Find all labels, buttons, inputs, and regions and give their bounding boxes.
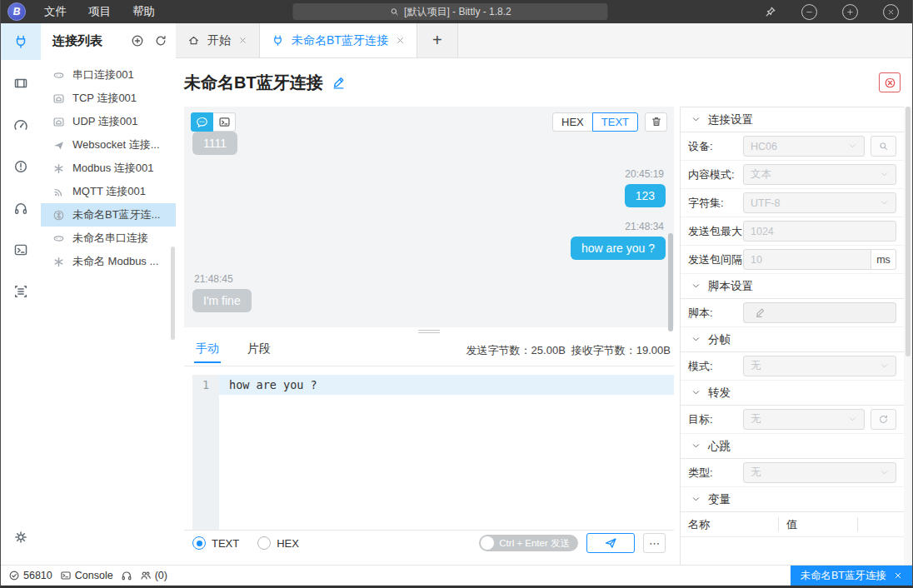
edit-script-button[interactable] <box>743 302 896 323</box>
ctrl-enter-toggle[interactable]: Ctrl + Enter 发送 <box>479 535 578 551</box>
tcp-icon <box>52 92 65 105</box>
settings-button[interactable] <box>1 519 41 556</box>
modbus-icon <box>52 162 65 175</box>
terminal-view-button[interactable] <box>213 112 236 132</box>
editor-content[interactable]: how are you ? <box>219 375 674 530</box>
close-icon[interactable] <box>238 36 247 45</box>
activity-history[interactable] <box>1 148 41 185</box>
pencil-icon <box>332 76 346 90</box>
activity-bar <box>1 23 42 566</box>
more-options-button[interactable]: ⋯ <box>643 533 666 553</box>
menu-help[interactable]: 帮助 <box>132 4 155 19</box>
charset-select[interactable]: UTF-8 <box>743 192 896 213</box>
settings-scrollbar[interactable] <box>904 107 912 566</box>
chevron-down-icon <box>848 142 857 151</box>
message-list[interactable]: 1111 20:45:19 123 21:48:34 how are you ?… <box>184 132 674 327</box>
section-variables[interactable]: 变量 <box>681 487 905 512</box>
edit-title-button[interactable] <box>332 76 346 90</box>
radio-hex-label: HEX <box>277 537 299 550</box>
connection-item-bluetooth-selected[interactable]: 未命名BT蓝牙连... <box>41 203 176 227</box>
tab-bt-connection[interactable]: 未命名BT蓝牙连接 <box>260 23 417 57</box>
clear-messages-button[interactable] <box>645 112 667 132</box>
panel-icon <box>13 76 28 91</box>
tab-manual[interactable]: 手动 <box>194 336 221 363</box>
connection-item-serial-001[interactable]: 串口连接001 <box>41 63 176 87</box>
headset-icon <box>13 201 28 216</box>
port-status[interactable]: 56810 <box>8 570 52 581</box>
hex-mode-button[interactable]: HEX <box>552 112 593 132</box>
radio-hex[interactable] <box>257 536 271 550</box>
device-select[interactable]: HC06 <box>743 136 865 157</box>
send-button[interactable] <box>586 533 635 553</box>
chat-view-button[interactable] <box>191 112 213 132</box>
section-heartbeat[interactable]: 心跳 <box>681 434 905 459</box>
content-mode-select[interactable]: 文本 <box>743 164 896 185</box>
minimize-button[interactable] <box>801 4 817 20</box>
search-icon <box>389 7 399 17</box>
refresh-icon <box>154 34 167 47</box>
close-icon[interactable] <box>396 36 405 45</box>
activity-terminal[interactable] <box>1 232 41 268</box>
active-connection-badge[interactable]: 未命名BT蓝牙连接 <box>791 566 912 586</box>
new-tab-button[interactable]: + <box>417 23 458 57</box>
pin-window-button[interactable] <box>765 6 776 17</box>
chevron-down-icon <box>691 115 701 124</box>
connection-item-serial-unnamed[interactable]: 未命名串口连接 <box>41 227 176 250</box>
line-number: 1 <box>202 378 209 391</box>
section-script-settings[interactable]: 脚本设置 <box>681 274 905 299</box>
connection-item-modbus-unnamed[interactable]: 未命名 Modbus ... <box>41 250 176 273</box>
menu-file[interactable]: 文件 <box>44 4 67 19</box>
activity-test[interactable] <box>1 107 41 143</box>
forward-refresh-button[interactable] <box>871 409 896 430</box>
activity-connections[interactable] <box>1 23 41 60</box>
tab-snippet[interactable]: 片段 <box>246 336 272 363</box>
packet-interval-input[interactable]: 10 <box>743 249 871 270</box>
frame-mode-select[interactable]: 无 <box>743 356 896 376</box>
close-window-button[interactable] <box>883 4 899 20</box>
section-framing[interactable]: 分帧 <box>681 327 905 352</box>
heartbeat-type-select[interactable]: 无 <box>743 462 896 483</box>
connection-item-modbus-001[interactable]: Modbus 连接001 <box>41 157 176 180</box>
connection-label: TCP 连接001 <box>72 91 137 106</box>
activity-log-scan[interactable] <box>1 273 41 310</box>
message-scrollbar-thumb[interactable] <box>668 233 673 331</box>
console-label: Console <box>75 570 113 581</box>
splitter-drag-handle[interactable] <box>184 327 674 336</box>
console-toggle[interactable]: Console <box>60 570 113 581</box>
add-connection-button[interactable] <box>131 34 144 47</box>
packet-max-input[interactable]: 1024 <box>743 221 896 242</box>
refresh-connections-button[interactable] <box>154 34 167 47</box>
field-device: 设备: HC06 <box>681 132 905 161</box>
disconnect-button[interactable] <box>879 72 901 92</box>
activity-support[interactable] <box>1 190 41 227</box>
connection-item-tcp-001[interactable]: TCP 连接001 <box>41 87 176 110</box>
device-search-button[interactable] <box>871 136 896 157</box>
panel-scrollbar-thumb[interactable] <box>171 247 175 340</box>
connection-label: 串口连接001 <box>72 67 134 82</box>
radio-text[interactable] <box>192 536 206 550</box>
pencil-icon <box>755 307 766 318</box>
connection-label: UDP 连接001 <box>72 114 138 129</box>
variables-empty-state <box>681 537 905 566</box>
forward-target-select[interactable]: 无 <box>743 409 865 430</box>
connection-item-udp-001[interactable]: UDP 连接001 <box>41 110 176 133</box>
support-status[interactable] <box>121 570 132 581</box>
close-icon[interactable] <box>894 571 902 580</box>
text-mode-button[interactable]: TEXT <box>592 112 638 132</box>
connection-item-mqtt-001[interactable]: MQTT 连接001 <box>41 180 176 203</box>
connection-item-websocket[interactable]: Websocket 连接... <box>41 133 176 157</box>
tab-home[interactable]: 开始 <box>176 23 260 57</box>
modbus-icon <box>52 256 65 268</box>
section-connection-settings[interactable]: 连接设置 <box>681 107 905 132</box>
project-search[interactable]: [默认项目] - Bittly - 1.8.2 <box>292 3 607 20</box>
send-editor[interactable]: 1 how are you ? <box>192 375 674 530</box>
maximize-button[interactable] <box>842 4 858 20</box>
section-forward[interactable]: 转发 <box>681 381 905 406</box>
field-content-mode: 内容模式: 文本 <box>681 161 905 189</box>
chevron-down-icon <box>691 441 701 451</box>
peers-status[interactable]: (0) <box>140 570 167 581</box>
menu-project[interactable]: 项目 <box>88 4 111 19</box>
settings-scrollbar-thumb[interactable] <box>906 107 911 356</box>
chevron-down-icon <box>880 170 889 179</box>
activity-panels[interactable] <box>1 65 41 102</box>
